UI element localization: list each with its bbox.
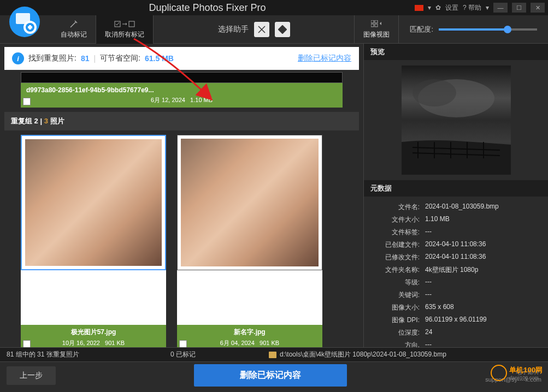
svg-rect-10 xyxy=(375,20,378,23)
photo-thumbnail xyxy=(25,139,162,266)
svg-rect-9 xyxy=(371,20,374,23)
match-label: 匹配度: xyxy=(410,25,433,34)
meta-row: 已创建文件:2024-04-10 11:08:36 xyxy=(364,239,548,251)
photo-checkbox[interactable] xyxy=(179,340,187,347)
select-helper-label: 选择助手 xyxy=(218,25,249,34)
auto-mark-button[interactable]: 自动标记 xyxy=(52,15,96,44)
svg-rect-8 xyxy=(278,25,287,34)
meta-row: 关键词:--- xyxy=(364,289,548,301)
svg-rect-7 xyxy=(129,21,134,27)
wand-icon xyxy=(69,19,78,29)
unmark-icon xyxy=(114,19,135,29)
status-bar: 81 组中的 31 张重复照片 0 已标记 d:\tools\桌面\4k壁纸图片… xyxy=(0,347,548,361)
grid-icon xyxy=(371,19,382,29)
meta-row: 已修改文件:2024-04-10 11:08:36 xyxy=(364,251,548,264)
save-label: 可节省空间: xyxy=(100,54,140,63)
meta-row: 文件名:2024-01-08_103059.bmp xyxy=(364,201,548,213)
save-size: 61.5 MB xyxy=(145,54,174,63)
photo-card[interactable]: 新名字.jpg 6月 04, 2024 901 KB xyxy=(177,135,322,347)
match-slider[interactable] xyxy=(439,28,537,31)
dropdown-icon[interactable]: ▾ xyxy=(428,4,431,11)
meta-row: 图像 DPI:96.01199 x 96.01199 xyxy=(364,314,548,326)
svg-rect-11 xyxy=(371,24,374,27)
photo-checkbox[interactable] xyxy=(23,340,31,347)
photo-thumbnail xyxy=(181,139,319,266)
info-icon: i xyxy=(12,52,24,64)
back-button[interactable]: 上一步 xyxy=(7,366,56,385)
photo-filename: d9973a80-2856-11ef-94b5-9bbd57677e9... xyxy=(26,86,337,94)
meta-row: 文件标签:--- xyxy=(364,226,548,239)
flag-icon[interactable] xyxy=(415,5,423,11)
found-count: 81 xyxy=(81,54,90,63)
group-header: 重复组 2 | 3 照片 xyxy=(4,112,359,130)
minimize-button[interactable]: — xyxy=(493,3,508,13)
photo-thumbnail xyxy=(21,72,343,83)
help-dropdown-icon[interactable]: ▾ xyxy=(486,4,489,11)
preview-header: 预览 xyxy=(364,44,548,60)
helper-tool-2[interactable] xyxy=(275,22,290,37)
unmark-all-button[interactable]: 取消所有标记 xyxy=(96,15,154,44)
image-view-button[interactable]: 图像视图 xyxy=(354,15,399,44)
gear-icon[interactable]: ✿ xyxy=(435,4,441,11)
toolbar: 自动标记 取消所有标记 选择助手 图像视图 匹配度: xyxy=(0,15,548,44)
found-label: 找到重复照片: xyxy=(28,54,76,63)
settings-link[interactable]: 设置 xyxy=(445,3,458,13)
status-path: d:\tools\桌面\4k壁纸图片 1080p\2024-01-08_1030… xyxy=(280,350,446,359)
bottom-bar: 上一步 删除已标记内容 电子邮件: support@sy----k.com xyxy=(0,361,548,389)
photo-item[interactable]: d9973a80-2856-11ef-94b5-9bbd57677e9... 6… xyxy=(21,72,343,108)
status-marked: 0 已标记 xyxy=(170,350,269,359)
maximize-button[interactable]: ☐ xyxy=(512,3,526,13)
helper-tool-1[interactable] xyxy=(254,22,269,37)
meta-row: 文件夹名称:4k壁纸图片 1080p xyxy=(364,264,548,276)
help-link[interactable]: ? 帮助 xyxy=(463,3,481,13)
meta-row: 图像大小:635 x 608 xyxy=(364,301,548,314)
results-panel: i 找到重复照片: 81 | 可节省空间: 61.5 MB 删除已标记内容 d9… xyxy=(0,44,363,347)
svg-rect-12 xyxy=(375,24,378,27)
photo-filename: 新名字.jpg xyxy=(182,328,317,337)
app-title: Duplicate Photos Fixer Pro xyxy=(0,2,415,14)
delete-marked-link[interactable]: 删除已标记内容 xyxy=(298,54,351,63)
status-summary: 81 组中的 31 张重复照片 xyxy=(7,350,170,359)
meta-row: 方向.--- xyxy=(364,339,548,347)
title-bar: Duplicate Photos Fixer Pro ▾ ✿ 设置 ? 帮助 ▾… xyxy=(0,0,548,15)
photo-card[interactable]: 极光图片57.jpg 10月 16, 2022 901 KB xyxy=(21,135,166,347)
metadata-header: 元数据 xyxy=(364,180,548,197)
app-logo-icon xyxy=(8,5,41,38)
folder-icon xyxy=(269,352,276,358)
svg-point-14 xyxy=(413,79,456,106)
photo-filename: 极光图片57.jpg xyxy=(26,328,161,337)
preview-image xyxy=(402,66,511,175)
close-button[interactable]: ✕ xyxy=(531,3,545,13)
delete-marked-button[interactable]: 删除已标记内容 xyxy=(194,364,347,387)
meta-row: 位深度:24 xyxy=(364,326,548,339)
detail-panel: 预览 元数据 文件名:2024-01-08_103059.bmp 文件大小:1.… xyxy=(363,44,548,347)
metadata-list: 文件名:2024-01-08_103059.bmp 文件大小:1.10 MB 文… xyxy=(364,197,548,347)
meta-row: 文件大小:1.10 MB xyxy=(364,213,548,226)
meta-row: 等级:--- xyxy=(364,276,548,289)
photo-checkbox[interactable] xyxy=(23,98,31,105)
info-bar: i 找到重复照片: 81 | 可节省空间: 61.5 MB 删除已标记内容 xyxy=(4,47,359,70)
watermark: 单机100网 danji100.com xyxy=(491,365,543,381)
svg-rect-5 xyxy=(29,25,31,29)
